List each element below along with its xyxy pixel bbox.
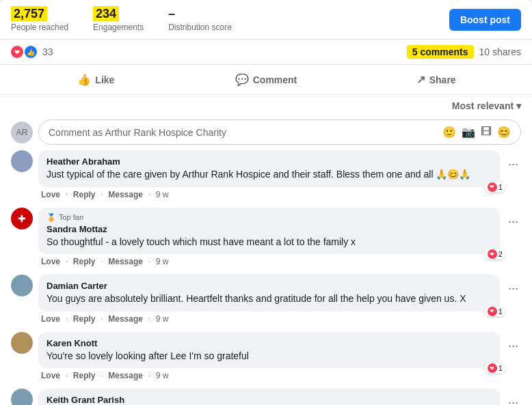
comment-body: Karen Knott You're so lovely looking aft…	[38, 332, 500, 381]
avatar	[11, 150, 33, 172]
message-action[interactable]: Message	[108, 314, 143, 324]
sort-label-text: Most relevant	[452, 100, 514, 111]
comment-more-button[interactable]: ···	[505, 336, 521, 356]
top-fan-icon: 🏅	[46, 213, 56, 222]
comment-time: 9 w	[156, 257, 169, 266]
comment-input-placeholder: Comment as Arthur Rank Hospice Charity	[49, 127, 226, 138]
avatar	[11, 275, 33, 296]
reaction-bubble: ❤ 1	[485, 306, 505, 317]
comment-bubble: Keith Grant Parish How lovely 💕 👍 1	[38, 389, 500, 405]
reaction-bubble: ❤ 2	[485, 249, 505, 260]
reply-action[interactable]: Reply	[73, 314, 96, 324]
distribution-score-label: Distribution score	[168, 23, 232, 32]
input-icons: 🙂 📷 🎞 😊	[442, 126, 511, 139]
comment-item: ✚ 🏅 Top fan Sandra Mottaz So thoughtful …	[11, 208, 521, 267]
reaction-bubble: ❤ 1	[485, 363, 505, 374]
comment-text: So thoughtful - a lovely touch which mus…	[46, 236, 492, 249]
heart-icon: ❤	[488, 363, 497, 373]
comment-item: Keith Grant Parish How lovely 💕 👍 1 Like…	[11, 389, 521, 405]
message-action[interactable]: Message	[108, 371, 143, 380]
comment-input-box[interactable]: Comment as Arthur Rank Hospice Charity 🙂…	[38, 120, 521, 145]
avatar	[11, 332, 33, 354]
comment-actions: Love · Reply · Message · 9 w	[38, 371, 500, 380]
comment-more-button[interactable]: ···	[505, 393, 521, 405]
reply-action[interactable]: Reply	[73, 190, 96, 199]
reaction-count: 2	[498, 250, 503, 258]
gif-icon[interactable]: 🎞	[481, 126, 492, 139]
love-action[interactable]: Love	[41, 371, 60, 380]
reaction-count: 1	[498, 307, 503, 316]
post-card: 2,757 People reached 234 Engagements – D…	[0, 0, 532, 405]
heart-reaction-icon: ❤	[11, 46, 23, 58]
message-action[interactable]: Message	[108, 190, 143, 199]
comment-text: You're so lovely looking after Lee I'm s…	[46, 350, 492, 363]
like-reaction-icon: 👍	[25, 46, 37, 58]
people-reached-label: People reached	[11, 23, 68, 32]
comment-body: Damian Carter You guys are absolutely br…	[38, 275, 500, 324]
comment-bubble: Heather Abraham Just typical of the care…	[38, 150, 500, 187]
comment-time: 9 w	[156, 190, 169, 199]
comment-more-button[interactable]: ···	[505, 154, 521, 174]
reaction-count: 1	[498, 183, 503, 191]
sort-row: Most relevant ▾	[0, 95, 532, 114]
engagements-stat: 234 Engagements	[93, 7, 144, 32]
stats-bar: 2,757 People reached 234 Engagements – D…	[0, 0, 532, 40]
comment-actions: Love · Reply · Message · 9 w	[38, 314, 500, 324]
comment-more-button[interactable]: ···	[505, 279, 521, 298]
comment-time: 9 w	[156, 314, 169, 324]
avatar: ✚	[11, 208, 33, 229]
comment-body: Keith Grant Parish How lovely 💕 👍 1 Like…	[38, 389, 500, 405]
sticker-icon[interactable]: 😊	[497, 126, 511, 139]
heart-icon: ❤	[488, 249, 497, 259]
comment-author: Keith Grant Parish	[46, 395, 124, 405]
distribution-score-stat: – Distribution score	[168, 7, 232, 32]
sort-dropdown[interactable]: Most relevant ▾	[452, 100, 521, 111]
reply-action[interactable]: Reply	[73, 257, 96, 266]
like-icon: 👍	[77, 73, 91, 86]
reply-action[interactable]: Reply	[73, 371, 96, 380]
action-bar: 👍 Like 💬 Comment ↗ Share	[0, 65, 532, 95]
comment-bubble: Damian Carter You guys are absolutely br…	[38, 275, 500, 311]
comment-text: Just typical of the care given by Arthur…	[46, 168, 492, 182]
message-action[interactable]: Message	[108, 257, 143, 266]
comment-bubble: Karen Knott You're so lovely looking aft…	[38, 332, 500, 369]
boost-post-button[interactable]: Boost post	[449, 9, 521, 31]
comment-bubble: 🏅 Top fan Sandra Mottaz So thoughtful - …	[38, 208, 500, 255]
comments-section: Heather Abraham Just typical of the care…	[0, 150, 532, 405]
distribution-score-number: –	[168, 7, 175, 20]
love-action[interactable]: Love	[41, 190, 60, 199]
comment-label: Comment	[253, 74, 297, 85]
comment-time: 9 w	[156, 371, 169, 380]
comment-body: Heather Abraham Just typical of the care…	[38, 150, 500, 199]
engagements-label: Engagements	[93, 23, 144, 32]
camera-icon[interactable]: 📷	[462, 126, 475, 139]
shares-label: 10 shares	[479, 46, 521, 57]
comment-text: You guys are absolutely brilliant. Heart…	[46, 292, 492, 306]
emoji-icon[interactable]: 🙂	[442, 126, 456, 139]
top-fan-badge: 🏅 Top fan	[46, 213, 492, 222]
comment-more-button[interactable]: ···	[505, 212, 521, 232]
comment-item: Karen Knott You're so lovely looking aft…	[11, 332, 521, 381]
comment-item: Heather Abraham Just typical of the care…	[11, 150, 521, 199]
comment-author: Heather Abraham	[46, 156, 120, 167]
engagements-number: 234	[93, 6, 119, 21]
comment-author: Damian Carter	[46, 281, 107, 291]
love-action[interactable]: Love	[41, 257, 60, 266]
share-button[interactable]: ↗ Share	[351, 68, 521, 92]
like-button[interactable]: 👍 Like	[11, 68, 181, 92]
share-icon: ↗	[416, 73, 425, 86]
reaction-bubble: ❤ 1	[485, 182, 505, 193]
comment-button[interactable]: 💬 Comment	[181, 68, 351, 92]
reaction-icons: ❤ 👍 33	[11, 46, 53, 58]
comment-body: 🏅 Top fan Sandra Mottaz So thoughtful - …	[38, 208, 500, 267]
comment-actions: Love · Reply · Message · 9 w	[38, 190, 500, 199]
page-wrapper: 2,757 People reached 234 Engagements – D…	[0, 0, 532, 405]
comments-badge[interactable]: 5 comments	[407, 45, 474, 59]
people-reached-number: 2,757	[11, 6, 47, 21]
avatar	[11, 389, 33, 405]
like-label: Like	[95, 74, 114, 85]
comments-shares: 5 comments 10 shares	[407, 45, 521, 59]
comment-author: Sandra Mottaz	[46, 224, 107, 234]
love-action[interactable]: Love	[41, 314, 60, 324]
comment-actions: Love · Reply · Message · 9 w	[38, 257, 500, 266]
